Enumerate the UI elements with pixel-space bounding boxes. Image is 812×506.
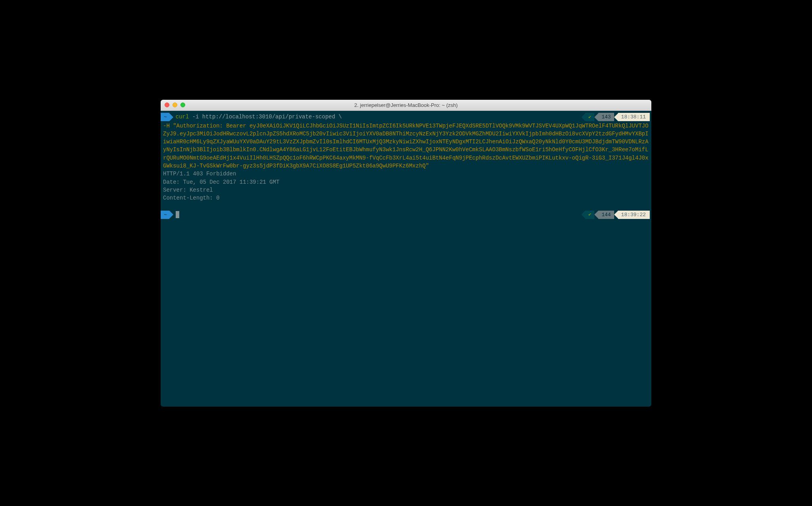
history-number: 144 <box>598 211 614 219</box>
prompt-line-1: ~ curl -i http://localhost:3010/api/priv… <box>161 112 651 122</box>
cursor <box>176 211 179 218</box>
command-args: -i http://localhost:3010/api/private-sco… <box>189 114 341 120</box>
status-check: ✔ <box>585 211 594 219</box>
prompt-right: ✔ 143 18:38:11 <box>581 113 650 121</box>
cwd-label: ~ <box>161 113 169 121</box>
command-continuation: -H "Authorization: Bearer eyJ0eXAiOiJKV1… <box>161 122 651 170</box>
command-line: curl -i http://localhost:3010/api/privat… <box>176 113 342 121</box>
maximize-button[interactable] <box>180 103 185 107</box>
blank-line <box>161 202 651 210</box>
prompt-right: ✔ 144 18:39:22 <box>581 211 650 219</box>
chevron-left-icon <box>614 113 618 121</box>
cwd-segment: ~ <box>161 211 173 219</box>
prompt-left: ~ curl -i http://localhost:3010/api/priv… <box>161 113 581 121</box>
response-line: Server: Kestrel <box>161 186 651 194</box>
prompt-line-2: ~ ✔ 144 18:39:22 <box>161 210 651 219</box>
close-button[interactable] <box>165 103 169 107</box>
chevron-left-icon <box>594 113 598 121</box>
command-name: curl <box>176 114 189 120</box>
timestamp: 18:38:11 <box>618 113 650 121</box>
traffic-lights <box>165 103 185 107</box>
cwd-segment: ~ <box>161 113 173 121</box>
window-title: 2. jerriepelser@Jerries-MacBook-Pro: ~ (… <box>161 102 651 108</box>
minimize-button[interactable] <box>173 103 177 107</box>
chevron-left-icon <box>594 211 598 219</box>
response-line: Date: Tue, 05 Dec 2017 11:39:21 GMT <box>161 178 651 186</box>
titlebar[interactable]: 2. jerriepelser@Jerries-MacBook-Pro: ~ (… <box>161 100 651 111</box>
history-number: 143 <box>598 113 614 121</box>
response-line: HTTP/1.1 403 Forbidden <box>161 170 651 178</box>
status-check: ✔ <box>585 113 594 121</box>
terminal-body[interactable]: ~ curl -i http://localhost:3010/api/priv… <box>161 111 651 221</box>
terminal-window: 2. jerriepelser@Jerries-MacBook-Pro: ~ (… <box>161 100 651 407</box>
cwd-label: ~ <box>161 211 169 219</box>
chevron-right-icon <box>169 113 173 121</box>
chevron-left-icon <box>614 211 618 219</box>
response-line: Content-Length: 0 <box>161 194 651 202</box>
prompt-left: ~ <box>161 211 581 219</box>
chevron-left-icon <box>581 211 585 219</box>
chevron-right-icon <box>169 211 173 219</box>
timestamp: 18:39:22 <box>618 211 650 219</box>
chevron-left-icon <box>581 113 585 121</box>
